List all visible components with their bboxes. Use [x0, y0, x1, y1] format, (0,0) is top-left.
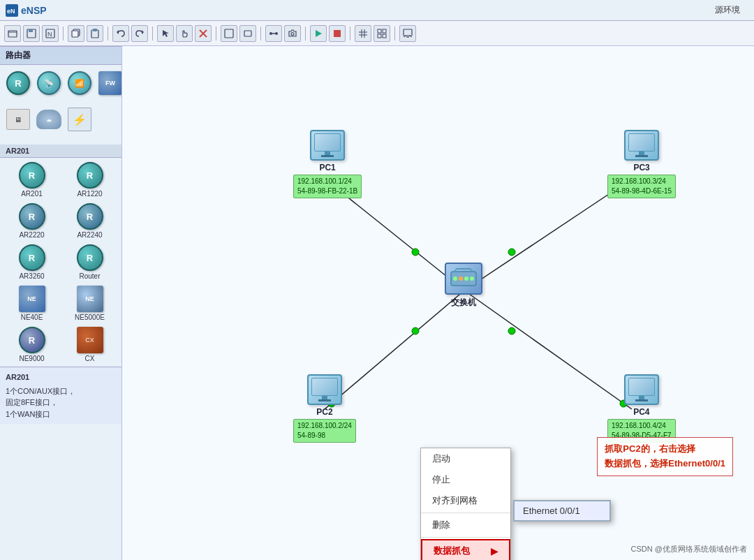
pc1-node[interactable]: PC1 192.168.100.1/24 54-89-98-FB-22-1B — [293, 130, 362, 198]
ar1220-device-icon: R — [77, 162, 103, 189]
switch-visual — [445, 263, 482, 295]
pc3-node[interactable]: PC3 192.168.100.3/24 54-89-98-4D-6E-15 — [607, 130, 676, 198]
canvas-area[interactable]: PC1 192.168.100.1/24 54-89-98-FB-22-1B P… — [122, 46, 754, 560]
sidebar-ar1220[interactable]: R AR1220 — [62, 161, 117, 199]
svg-point-46 — [453, 277, 457, 281]
ctx-sep-1 — [421, 513, 510, 513]
toolbar-hand-btn[interactable] — [176, 25, 193, 42]
ar2240-device-icon: R — [77, 203, 103, 230]
sidebar-device-firewall[interactable]: FW — [96, 69, 122, 97]
svg-rect-26 — [383, 29, 386, 33]
sidebar-ne5000e[interactable]: NE NE5000E — [62, 284, 117, 323]
pc4-base — [635, 399, 648, 401]
toolbar-connect-btn[interactable] — [265, 25, 282, 42]
svg-rect-8 — [72, 31, 78, 37]
pc4-visual — [624, 374, 659, 405]
sidebar-cx[interactable]: CX CX — [62, 325, 117, 364]
router-wifi-icon: 📡 — [36, 71, 61, 96]
sidebar-ne40e[interactable]: NE NE40E — [4, 284, 59, 323]
sidebar-device-hub[interactable]: ⚡ — [66, 105, 94, 133]
sidebar-info-title: AR201 — [6, 371, 116, 383]
annotation: 抓取PC2的，右击选择 数据抓包，选择Ethernet0/0/1 — [597, 437, 733, 476]
svg-rect-27 — [378, 34, 381, 38]
pc2-node[interactable]: PC2 192.168.100.2/24 54-89-98 — [293, 374, 356, 443]
ne5000e-label: NE5000E — [75, 314, 105, 321]
sidebar-ne9000[interactable]: R NE9000 — [4, 325, 59, 364]
toolbar-open-btn[interactable] — [4, 25, 21, 42]
svg-rect-4 — [29, 29, 33, 32]
ar2220-device-icon: R — [19, 203, 45, 230]
svg-line-36 — [464, 290, 632, 409]
sidebar-ar3260[interactable]: R AR3260 — [4, 243, 59, 281]
cx-label: CX — [85, 355, 95, 362]
sidebar-device-info: AR201 1个CON/AUX接口， 固定8FE接口， 1个WAN接口 — [0, 367, 121, 424]
toolbar-sep-4 — [216, 27, 216, 40]
pc1-screen — [314, 133, 341, 152]
toolbar-capture-btn[interactable] — [284, 25, 301, 42]
submenu[interactable]: Ethernet 0/0/1 — [513, 500, 611, 522]
toolbar-stop-btn[interactable] — [329, 25, 346, 42]
sidebar-device-cloud[interactable]: ☁ — [35, 105, 63, 133]
toolbar-new-btn[interactable]: N — [42, 25, 59, 42]
toolbar-paste-btn[interactable] — [87, 25, 103, 42]
sidebar-ar201-title: AR201 — [0, 145, 121, 158]
svg-rect-14 — [244, 31, 251, 36]
pc1-label: PC1 — [319, 163, 335, 172]
ctx-delete[interactable]: 删除 — [421, 515, 510, 536]
toolbar-delete-btn[interactable] — [195, 25, 212, 42]
svg-rect-13 — [225, 29, 233, 38]
pc4-label: PC4 — [633, 407, 649, 417]
toolbar-play-btn[interactable] — [310, 25, 327, 42]
ar2240-label: AR2240 — [77, 231, 102, 239]
toolbar-rect-btn[interactable] — [239, 25, 256, 42]
ne40e-device-icon: NE — [19, 286, 45, 312]
sidebar-device-pc[interactable]: 🖥 — [4, 105, 32, 133]
ensp-logo-icon: eN — [6, 4, 18, 17]
ctx-align[interactable]: 对齐到网格 — [421, 490, 510, 511]
context-menu[interactable]: 启动 停止 对齐到网格 删除 数据抓包 ▶ 设置 播放 — [420, 448, 511, 560]
toolbar-sep-1 — [63, 27, 64, 40]
toolbar-grid-btn[interactable] — [355, 25, 371, 42]
toolbar-copy-btn[interactable] — [68, 25, 84, 42]
svg-point-49 — [470, 277, 474, 281]
toolbar-sep-7 — [350, 27, 350, 40]
sidebar-device-router-wifi[interactable]: 📡 — [35, 69, 63, 97]
toolbar-settings-btn[interactable] — [399, 25, 416, 42]
sidebar-router[interactable]: R Router — [62, 243, 117, 281]
pc3-ip: 192.168.100.3/24 — [612, 177, 666, 185]
pc2-mac-partial: 54-89-98 — [297, 432, 325, 439]
hub-icon: ⚡ — [67, 107, 92, 132]
toolbar-redo-btn[interactable] — [131, 25, 148, 42]
pc3-label: PC3 — [633, 163, 649, 172]
toolbar-undo-btn[interactable] — [112, 25, 129, 42]
sidebar-misc-grid: 🖥 ☁ ⚡ — [0, 101, 121, 138]
sidebar-ar2240[interactable]: R AR2240 — [62, 202, 117, 240]
ar201-label: AR201 — [21, 190, 43, 198]
toolbar-draw-btn[interactable] — [221, 25, 237, 42]
submenu-ethernet[interactable]: Ethernet 0/0/1 — [514, 501, 610, 521]
router-label: Router — [79, 272, 100, 280]
sidebar-device-ar201-top[interactable]: R — [4, 69, 32, 97]
pc4-screen — [628, 378, 655, 396]
ne40e-label: NE40E — [21, 314, 43, 321]
sidebar-ar2220[interactable]: R AR2220 — [4, 202, 59, 240]
pc4-node[interactable]: PC4 192.168.100.4/24 54-89-98-D5-47-F7 — [607, 374, 676, 443]
svg-rect-2 — [8, 31, 17, 37]
toolbar-layout-btn[interactable] — [374, 25, 390, 42]
switch-node[interactable]: 交换机 — [445, 263, 482, 309]
sidebar-ar201[interactable]: R AR201 — [4, 161, 59, 199]
toolbar-save-btn[interactable] — [23, 25, 40, 42]
sidebar-device-router-wireless[interactable]: 📶 — [66, 69, 94, 97]
svg-point-37 — [412, 249, 419, 256]
ctx-start[interactable]: 启动 — [421, 448, 510, 469]
ctx-sep-2 — [421, 537, 510, 538]
ctx-stop[interactable]: 停止 — [421, 469, 510, 490]
ar3260-device-icon: R — [19, 244, 45, 271]
pc2-info: 192.168.100.2/24 54-89-98 — [293, 419, 356, 443]
svg-point-15 — [269, 32, 272, 35]
ctx-capture[interactable]: 数据抓包 ▶ — [421, 539, 510, 560]
svg-rect-28 — [383, 34, 386, 38]
toolbar-pointer-btn[interactable] — [157, 25, 174, 42]
ne9000-label: NE9000 — [19, 355, 44, 362]
svg-point-41 — [412, 327, 419, 334]
